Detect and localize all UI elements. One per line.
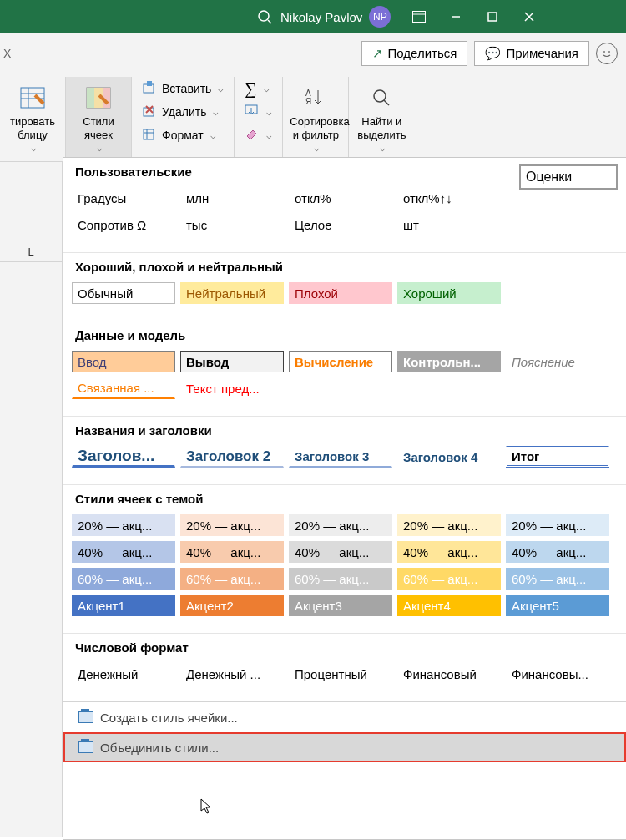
section-data-model: Данные и модель Ввод Вывод Вычисление Ко… — [63, 321, 626, 417]
style-calculation[interactable]: Вычисление — [289, 351, 392, 372]
style-comma-0[interactable]: Финансовы... — [506, 663, 609, 685]
style-percent[interactable]: Процентный — [289, 663, 392, 685]
style-accent-20-5[interactable]: 20% — акц... — [506, 514, 609, 536]
feedback-icon[interactable] — [596, 43, 618, 64]
style-explanatory[interactable]: Пояснение — [506, 351, 609, 372]
style-accent-60-3[interactable]: 60% — акц... — [289, 568, 392, 590]
delete-button[interactable]: Удалить — [139, 100, 227, 124]
style-heading-2[interactable]: Заголовок 2 — [180, 446, 284, 468]
svg-line-30 — [384, 100, 389, 105]
comments-label: Примечания — [506, 46, 578, 60]
style-heading-4[interactable]: Заголовок 4 — [397, 446, 501, 468]
new-style-label: Создать стиль ячейки... — [100, 711, 238, 725]
close-icon[interactable] — [511, 0, 548, 33]
style-swatch[interactable]: Сопротив Ω — [72, 214, 175, 235]
autosum-button[interactable]: ∑ — [241, 77, 275, 100]
style-swatch[interactable]: откл% — [289, 187, 392, 209]
style-accent-60-5[interactable]: 60% — акц... — [506, 568, 609, 590]
ribbon-display-icon[interactable] — [401, 0, 437, 33]
style-accent-2[interactable]: Акцент2 — [180, 595, 284, 616]
style-accent-5[interactable]: Акцент5 — [506, 595, 609, 616]
user-name: Nikolay Pavlov — [280, 10, 362, 24]
svg-text:Я: Я — [305, 97, 311, 106]
format-button[interactable]: Формат — [139, 124, 227, 147]
style-good[interactable]: Хороший — [397, 282, 501, 304]
style-output[interactable]: Вывод — [180, 351, 284, 372]
style-accent-3[interactable]: Акцент3 — [289, 595, 392, 616]
column-header-l[interactable]: L — [0, 242, 62, 262]
style-swatch[interactable]: откл%↑↓ — [397, 187, 501, 209]
section-number-format: Числовой формат Денежный Денежный ... Пр… — [63, 634, 626, 701]
share-bar: ↗ Поделиться 💬 Примечания — [0, 33, 626, 73]
style-swatch[interactable]: шт — [397, 214, 501, 235]
style-currency-0[interactable]: Денежный ... — [180, 663, 284, 685]
style-search-input[interactable]: Оценки — [519, 164, 618, 190]
fill-button[interactable] — [241, 100, 275, 124]
svg-rect-10 — [21, 88, 44, 108]
search-icon[interactable] — [257, 9, 272, 24]
style-accent-40-1[interactable]: 40% — акц... — [72, 541, 175, 563]
style-accent-20-1[interactable]: 20% — акц... — [72, 514, 175, 536]
maximize-icon[interactable] — [474, 0, 511, 33]
minimize-icon[interactable] — [437, 0, 474, 33]
gallery-commands: Создать стиль ячейки... Объединить стили… — [63, 701, 626, 762]
share-label: Поделиться — [388, 46, 457, 60]
cell-styles-button[interactable]: Стили ячеек — [73, 80, 124, 154]
style-input[interactable]: Ввод — [72, 351, 175, 372]
style-accent-20-4[interactable]: 20% — акц... — [397, 514, 501, 536]
style-swatch[interactable]: млн — [180, 187, 284, 209]
style-heading-1[interactable]: Заголов... — [72, 446, 175, 468]
title-bar: Nikolay Pavlov NP — [0, 0, 626, 33]
share-button[interactable]: ↗ Поделиться — [361, 41, 468, 66]
format-as-table-button[interactable]: тировать блицу — [7, 80, 58, 154]
style-accent-60-2[interactable]: 60% — акц... — [180, 568, 284, 590]
find-select-button[interactable]: Найти и выделить — [356, 80, 407, 154]
style-swatch[interactable]: тыс — [180, 214, 284, 235]
style-accent-40-2[interactable]: 40% — акц... — [180, 541, 284, 563]
style-currency[interactable]: Денежный — [72, 663, 175, 685]
clear-button[interactable] — [241, 124, 275, 147]
format-table-group: тировать блицу — [0, 77, 66, 158]
style-accent-40-3[interactable]: 40% — акц... — [289, 541, 392, 563]
style-accent-40-5[interactable]: 40% — акц... — [506, 541, 609, 563]
format-table-label: тировать блицу — [7, 115, 58, 141]
cell-styles-gallery: Пользовательские Градусы млн откл% откл%… — [63, 157, 626, 840]
eraser-icon — [245, 128, 260, 143]
merge-styles-button[interactable]: Объединить стили... — [63, 732, 626, 762]
style-accent-1[interactable]: Акцент1 — [72, 595, 175, 616]
new-cell-style-button[interactable]: Создать стиль ячейки... — [63, 702, 626, 732]
insert-button[interactable]: Вставить — [139, 77, 227, 100]
style-swatch[interactable]: Целое — [289, 214, 392, 235]
svg-rect-23 — [144, 129, 154, 139]
style-normal[interactable]: Обычный — [72, 282, 175, 304]
style-swatch[interactable]: Градусы — [72, 187, 175, 209]
style-heading-3[interactable]: Заголовок 3 — [289, 446, 392, 468]
style-bad[interactable]: Плохой — [289, 282, 392, 304]
comments-button[interactable]: 💬 Примечания — [474, 41, 589, 66]
style-linked-cell[interactable]: Связанная ... — [72, 377, 175, 399]
section-title: Хороший, плохой и нейтральный — [72, 260, 618, 274]
style-neutral[interactable]: Нейтральный — [180, 282, 284, 304]
cell-styles-group: Стили ячеек — [66, 77, 132, 158]
style-accent-20-2[interactable]: 20% — акц... — [180, 514, 284, 536]
context-tab-marker: X — [3, 47, 11, 60]
style-accent-40-4[interactable]: 40% — акц... — [397, 541, 501, 563]
sort-filter-button[interactable]: АЯ Сортировка и фильтр — [290, 80, 341, 154]
cells-group: Вставить Удалить Формат — [132, 77, 235, 158]
avatar[interactable]: NP — [369, 6, 391, 28]
style-accent-60-4[interactable]: 60% — акц... — [397, 568, 501, 590]
section-title: Пользовательские — [72, 164, 519, 179]
style-total[interactable]: Итог — [506, 446, 609, 468]
find-select-group: Найти и выделить — [349, 77, 414, 158]
cell-styles-icon — [73, 83, 124, 112]
style-accent-4[interactable]: Акцент4 — [397, 595, 501, 616]
style-accent-60-1[interactable]: 60% — акц... — [72, 568, 175, 590]
table-icon — [7, 83, 58, 112]
merge-styles-icon — [78, 741, 93, 753]
style-accent-20-3[interactable]: 20% — акц... — [289, 514, 392, 536]
new-style-icon — [78, 711, 93, 723]
svg-point-8 — [604, 51, 605, 52]
style-check-cell[interactable]: Контрольн... — [397, 351, 501, 372]
style-warning-text[interactable]: Текст пред... — [180, 377, 284, 399]
style-comma[interactable]: Финансовый — [397, 663, 501, 685]
